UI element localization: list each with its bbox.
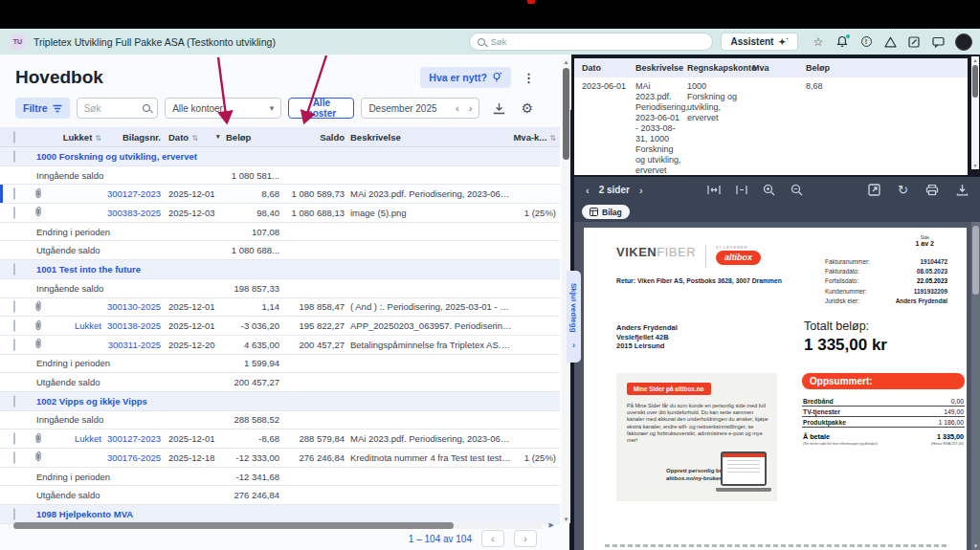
lukket-link[interactable]: Lukket <box>75 320 101 331</box>
row-checkbox[interactable] <box>13 339 15 351</box>
scroll-down-icon[interactable]: ▼ <box>971 163 979 168</box>
description-cell: APP_20250203_063957. Periodisering, 2025… <box>345 320 512 331</box>
chat-icon[interactable] <box>931 35 945 49</box>
scroll-up-icon[interactable]: ▲ <box>971 57 979 63</box>
select-all-checkbox[interactable] <box>13 131 15 143</box>
global-search-input[interactable]: Søk <box>469 33 713 51</box>
previous-document-icon[interactable]: ‹ <box>586 185 590 196</box>
assistant-button[interactable]: Assistent ✦˙ <box>721 33 798 51</box>
attachment-icon[interactable] <box>34 187 52 201</box>
group-checkbox[interactable] <box>13 395 15 407</box>
zoom-out-icon[interactable] <box>791 184 803 196</box>
voucher-number-link[interactable]: 300176-2025 <box>107 452 161 463</box>
ledger-entry-row: 300311-20252025-12-204 635,00200 457,27B… <box>0 336 560 355</box>
account-select[interactable]: Alle kontoer ▾ <box>165 98 281 119</box>
row-checkbox[interactable] <box>13 300 15 313</box>
voucher-number-link[interactable]: 300127-2023 <box>107 188 161 199</box>
table-search-input[interactable]: Søk <box>77 98 158 119</box>
row-checkbox[interactable] <box>13 187 15 200</box>
scroll-up-icon[interactable]: ▲ <box>562 59 570 65</box>
attachment-icon[interactable] <box>34 338 52 351</box>
attachment-icon[interactable] <box>34 206 52 219</box>
column-dato[interactable]: Dato⇅ <box>161 132 216 143</box>
fit-height-icon[interactable] <box>736 185 747 195</box>
print-icon[interactable] <box>925 184 939 196</box>
selected-row-indicator <box>0 185 3 203</box>
payable-notes: (Se neste side for mer informasjon og de… <box>802 441 965 447</box>
pdf-scrollbar[interactable]: ▼ <box>971 222 980 550</box>
row-checkbox[interactable] <box>13 319 15 332</box>
whats-new-button[interactable]: Hva er nytt? <box>420 67 511 88</box>
period-select[interactable]: Desember 2025 ‹› <box>361 98 479 119</box>
voucher-number-link[interactable]: 300127-2023 <box>107 433 161 444</box>
attachment-icon[interactable] <box>34 300 52 314</box>
column-saldo[interactable]: Saldo <box>279 132 345 143</box>
group-checkbox[interactable] <box>13 150 15 163</box>
edit-square-icon[interactable] <box>907 35 921 49</box>
promo-text: På Mine Sider får du som kunde en person… <box>627 403 768 444</box>
column-belop[interactable]: Beløp <box>226 132 279 143</box>
row-checkbox[interactable] <box>13 207 15 219</box>
kebab-menu-icon[interactable]: ⋮ <box>523 71 535 85</box>
voucher-number-link[interactable]: 300130-2025 <box>107 301 161 312</box>
company-avatar[interactable]: TU <box>10 33 26 50</box>
column-lukket[interactable]: Lukket⇅ <box>52 132 101 143</box>
account-link[interactable]: 1098 Hjelpekonto MVA <box>36 509 133 519</box>
account-link[interactable]: 1002 Vipps og ikkje Vipps <box>36 396 147 407</box>
scroll-down-icon[interactable]: ▼ <box>971 543 980 549</box>
scroll-right-icon[interactable]: ▶ <box>549 521 554 529</box>
warning-triangle-icon[interactable] <box>883 35 897 49</box>
posting-table-scrollbar[interactable]: ▲ ▼ <box>971 56 979 169</box>
star-icon[interactable]: ☆ <box>812 35 825 49</box>
group-checkbox[interactable] <box>13 263 15 275</box>
invoice-meta-row: Forfallsdato:22.05.2023 <box>825 277 947 284</box>
rotate-icon[interactable]: ↻ <box>898 183 908 197</box>
recipient-address: Anders FrydendalVeslefjellet 42B2015 Lei… <box>616 323 678 351</box>
attachment-icon[interactable] <box>34 319 52 333</box>
attachment-icon[interactable] <box>34 451 52 464</box>
amount-cell: 8,68 <box>226 188 279 199</box>
group-checkbox[interactable] <box>13 508 15 520</box>
account-link[interactable]: 1001 Test into the future <box>36 264 141 275</box>
app-bar: TU Tripletex Utvikling Full Pakke ASA (T… <box>0 29 980 55</box>
column-beskrivelse[interactable]: Beskrivelse <box>345 132 512 143</box>
attachment-icon[interactable] <box>34 432 52 446</box>
next-period-icon[interactable]: › <box>469 102 473 114</box>
bilag-button[interactable]: Bilag <box>582 205 630 219</box>
sparkle-icon: ✦˙ <box>778 37 789 47</box>
all-posts-toggle[interactable]: Alle poster <box>288 98 354 119</box>
horizontal-scrollbar[interactable]: ▶ <box>13 522 543 529</box>
gear-icon[interactable]: ⚙ <box>521 101 533 115</box>
row-checkbox[interactable] <box>13 451 15 464</box>
account-link[interactable]: 1000 Forskning og utvikling, ervervet <box>36 151 197 162</box>
previous-period-icon[interactable]: ‹ <box>456 102 459 114</box>
previous-page-button[interactable]: ‹ <box>481 530 504 547</box>
balance-cell: 1 080 589,73 <box>279 188 345 199</box>
voucher-number-link[interactable]: 300311-2025 <box>108 340 161 350</box>
bell-icon[interactable] <box>835 35 849 49</box>
chevron-right-icon: › <box>572 341 575 350</box>
download-icon[interactable] <box>493 102 505 115</box>
fit-width-icon[interactable] <box>707 185 721 195</box>
zoom-in-icon[interactable] <box>763 184 775 196</box>
pagination: 1 – 104 av 104 ‹ › <box>409 530 537 547</box>
invoice-meta: Fakturanummer:19104472Fakturadato:08.05.… <box>825 258 947 307</box>
open-external-icon[interactable] <box>868 184 880 196</box>
filter-caret-icon[interactable]: ▾ <box>216 133 226 141</box>
account-group-row: 1002 Vipps og ikkje Vipps <box>0 392 560 411</box>
hide-attachment-tab[interactable]: Skjul vedlegg › <box>567 271 581 363</box>
download-icon[interactable] <box>956 184 969 196</box>
filters-button[interactable]: Filtre <box>15 98 70 119</box>
invoice-page: VIKENFIBER VI LEVERER altibox Retur: Vik… <box>584 228 967 550</box>
column-mva[interactable]: Mva-k...⇅ <box>512 132 560 143</box>
lukket-link[interactable]: Lukket <box>75 433 101 444</box>
next-page-button[interactable]: › <box>514 530 537 547</box>
row-checkbox[interactable] <box>13 432 15 445</box>
exclamation-circle-icon[interactable]: ! <box>859 35 873 49</box>
voucher-number-link[interactable]: 300138-2025 <box>107 320 161 331</box>
scroll-down-icon[interactable]: ▼ <box>562 517 570 522</box>
column-bilagsnr[interactable]: Bilagsnr. <box>101 132 161 143</box>
voucher-number-link[interactable]: 300383-2025 <box>107 208 161 218</box>
search-icon <box>478 38 485 46</box>
user-avatar[interactable] <box>955 33 972 51</box>
